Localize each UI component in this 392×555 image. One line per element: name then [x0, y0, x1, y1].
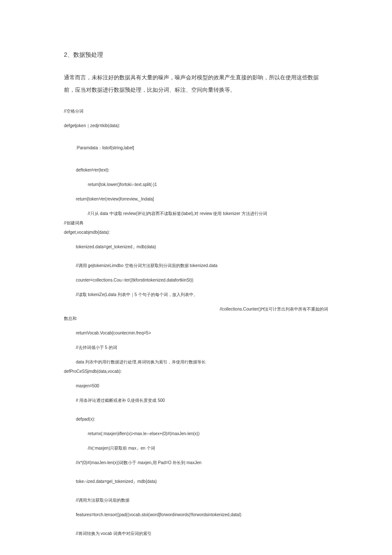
intro-paragraph: 通常而言，未标注好的数据具有大量的噪声，噪声会对模型的效果产生直接的影响，所以在…	[64, 72, 328, 96]
code-comment: //x*(0)#(maxJen-len(x))词数小于 maxjen,用 Pad…	[64, 459, 328, 466]
code-line: counter=collections.Cou∩ter((tkforstinto…	[64, 277, 328, 284]
code-line: :Paramdata：listof(string,label]	[64, 145, 328, 151]
code-line: deftoken⅟er(text):	[64, 167, 328, 174]
code-comment: # 用条评论通过截断或者补 0,使得长度变成 500	[64, 397, 328, 404]
code-comment: //x(:maxjen)只获取前 max」en 个词	[64, 445, 328, 452]
code-line: features=torch.tensor((pad((vocab.stoi(w…	[64, 511, 328, 518]
code-comment: //将词转换为 vocab 词典中对应词的索引	[64, 530, 328, 537]
code-line: returnx(:maxjen)iflen(x)>max.le∩elsex+(0…	[64, 430, 328, 437]
code-comment: //空格分词	[64, 108, 328, 115]
code-line: return{token⅟er(review)forreview,_Indata…	[64, 196, 328, 203]
code-line: defget,vocabjmdb{data):	[64, 229, 328, 236]
comment-part: 法可计算出列表中所有不重如的词	[264, 307, 328, 311]
comment-italic: H	[261, 307, 264, 311]
code-comment: //读取 tokeniZe(Ldata 列表中｜5 个句子的每个词，放入列表中。	[64, 291, 328, 298]
code-comment-right: //collections.Counter()H法可计算出列表中所有不重如的词	[64, 306, 328, 313]
section-heading: 2、数据预处理	[64, 51, 328, 59]
code-comment: //只从 data 中读取 revIew(评论)内容而不读取标签(label),…	[64, 210, 328, 217]
comment-part: //collections.Counter()	[220, 307, 261, 311]
code-line: 数总和	[64, 315, 328, 322]
code-line: defProCeSSjmdb(data,vocab):	[64, 368, 328, 375]
code-line: return[tok.lower()fortoki∩text.split(-)1	[64, 181, 328, 188]
code-line: toke∩ized.data=gel_tokenized」mdb{data)	[64, 478, 328, 485]
code-line: data 列衣中的用行数据进行处理,将词转换为索引，并使用行数据等长	[64, 359, 328, 366]
code-line: defgetjoken｜zedjrπkib(data):	[64, 122, 328, 129]
code-comment: //创建词典	[64, 220, 328, 227]
code-line: maxjen=500	[64, 383, 328, 389]
code-line: defpad(x):	[64, 416, 328, 423]
code-line: returnVocab.Vocab{countecmin.freq=5>	[64, 330, 328, 337]
code-comment: //去掉词领小于 5 的词	[64, 344, 328, 351]
code-line: tokenized.data=gel_tokenized」mdb(data)	[64, 244, 328, 250]
code-comment: //调用 gejtokenizeLimdbo 空格分词方法获取到分词后的数据 t…	[64, 262, 328, 269]
code-comment: //调用方法获取分词后的数据	[64, 497, 328, 504]
